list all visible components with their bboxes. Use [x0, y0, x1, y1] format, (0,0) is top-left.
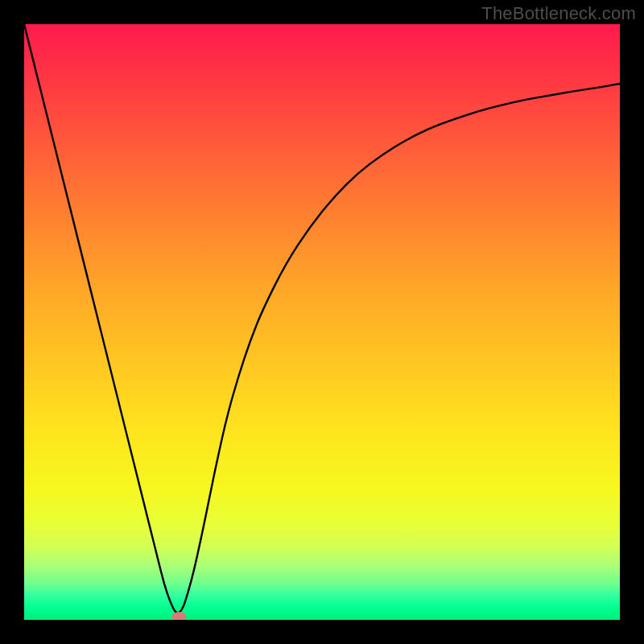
plot-area [24, 24, 620, 620]
watermark-text: TheBottleneck.com [481, 3, 636, 24]
curve-path [24, 24, 620, 613]
bottleneck-curve [24, 24, 620, 620]
vertex-marker [171, 612, 186, 620]
chart-frame: TheBottleneck.com [0, 0, 644, 644]
